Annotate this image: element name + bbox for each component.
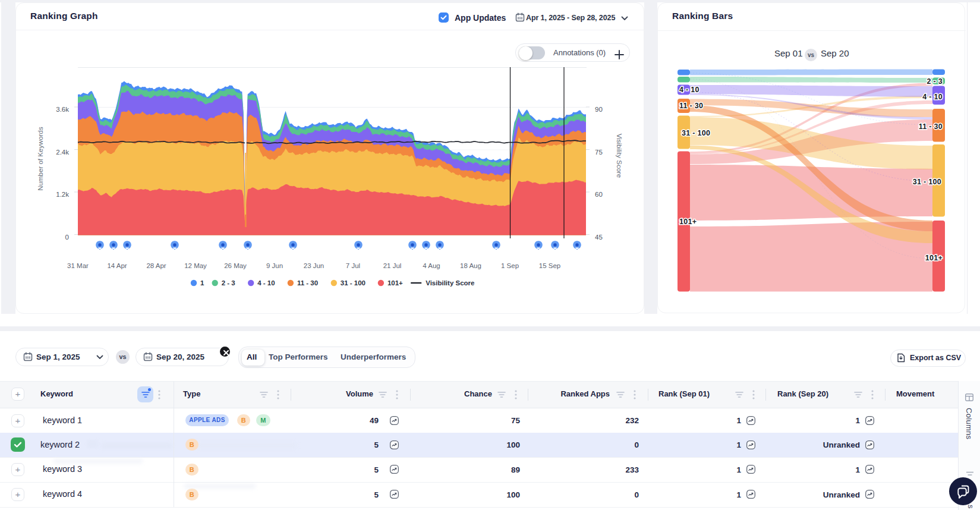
svg-text:101+: 101+	[925, 254, 943, 262]
svg-text:15 Sep: 15 Sep	[539, 262, 560, 269]
svg-text:1.2k: 1.2k	[56, 191, 69, 198]
svg-text:Number of Keywords: Number of Keywords	[37, 127, 44, 191]
svg-text:26 May: 26 May	[224, 262, 247, 269]
svg-text:21 Jul: 21 Jul	[383, 262, 402, 269]
svg-text:7 Jul: 7 Jul	[346, 262, 360, 269]
svg-text:9 Jun: 9 Jun	[266, 262, 283, 269]
svg-text:Visibility Score: Visibility Score	[616, 134, 623, 178]
svg-text:Visibility Score: Visibility Score	[426, 279, 474, 287]
svg-text:18 Aug: 18 Aug	[460, 262, 481, 269]
svg-text:90: 90	[595, 106, 603, 113]
svg-text:2.4k: 2.4k	[56, 149, 69, 156]
svg-text:45: 45	[595, 234, 603, 241]
svg-text:101+: 101+	[679, 218, 697, 226]
svg-text:11 - 30: 11 - 30	[919, 122, 943, 131]
svg-text:28 Apr: 28 Apr	[146, 262, 166, 269]
svg-text:31 - 100: 31 - 100	[341, 279, 365, 287]
svg-text:12 May: 12 May	[184, 262, 207, 269]
svg-text:101+: 101+	[387, 279, 403, 287]
svg-text:1: 1	[200, 279, 204, 287]
svg-text:60: 60	[595, 191, 603, 198]
svg-text:31 - 100: 31 - 100	[913, 178, 941, 186]
svg-text:31 Mar: 31 Mar	[67, 262, 89, 269]
svg-text:0: 0	[65, 234, 69, 241]
svg-text:11 - 30: 11 - 30	[679, 102, 703, 110]
svg-text:4 - 10: 4 - 10	[257, 279, 275, 287]
svg-text:2 - 3: 2 - 3	[222, 279, 235, 287]
svg-text:4 - 10: 4 - 10	[922, 93, 943, 101]
svg-text:2 - 3: 2 - 3	[927, 77, 943, 86]
svg-text:3.6k: 3.6k	[56, 106, 69, 113]
svg-text:4 Aug: 4 Aug	[423, 262, 440, 269]
svg-text:4 - 10: 4 - 10	[679, 86, 699, 94]
svg-text:14 Apr: 14 Apr	[107, 262, 127, 269]
svg-text:31 - 100: 31 - 100	[682, 129, 710, 137]
svg-text:1 Sep: 1 Sep	[501, 262, 519, 269]
svg-text:11 - 30: 11 - 30	[297, 279, 318, 287]
svg-text:23 Jun: 23 Jun	[304, 262, 324, 269]
svg-text:75: 75	[595, 149, 603, 156]
